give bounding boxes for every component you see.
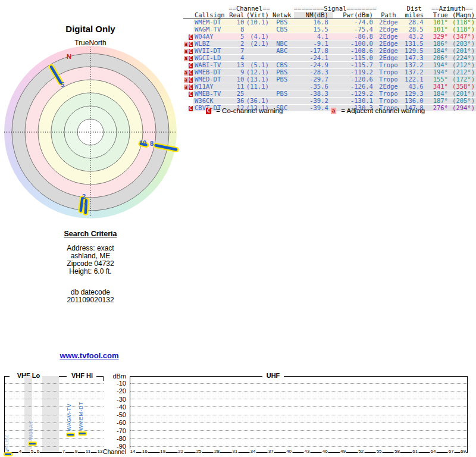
path-cell: 2Edge: [377, 55, 400, 62]
channel-tick-label: 14: [130, 449, 136, 455]
distance-cell: 136.0: [400, 98, 428, 105]
db-datecode-value: 201109020132: [31, 296, 150, 304]
dbm-gridline: [5, 438, 104, 439]
radar-channel-label: 8: [150, 140, 154, 147]
distance-cell: 28.4: [400, 19, 428, 26]
co-channel-warning-icon: C: [189, 63, 193, 68]
dbm-tick-label: -10: [100, 380, 126, 387]
adjacent-channel-warning-icon: a: [184, 56, 188, 61]
dbm-gridline: [5, 406, 104, 407]
tvfool-link[interactable]: www.tvfool.com: [60, 351, 118, 360]
power-cell: -115.0: [333, 55, 377, 62]
search-criteria: Search Criteria Address: exact ashland, …: [31, 230, 150, 304]
channel-tick-label: 40: [286, 449, 292, 455]
co-channel-warning-icon: C: [189, 42, 193, 47]
radar-title: Digital Only: [31, 24, 150, 34]
azimuth-magnetic-cell: (224°): [449, 55, 476, 62]
distance-cell: 43.2: [400, 33, 428, 40]
dbm-tick-label: -80: [100, 435, 126, 442]
noise-margin-cell: -24.1: [294, 55, 333, 62]
real-channel-cell: 9: [228, 69, 245, 76]
table-row: aCWLBZ2(2.1)NBC-9.1-100.02Edge131.5186°(…: [183, 40, 476, 48]
azimuth-true-cell: 101°: [428, 26, 449, 33]
channel-tick-label: 31: [231, 449, 238, 455]
channel-tick-label: 55: [376, 449, 383, 455]
dbm-gridline: [130, 438, 467, 439]
distance-cell: 147.3: [400, 55, 428, 62]
azimuth-magnetic-cell: (118°): [449, 26, 476, 33]
network-cell: PBS: [270, 90, 294, 98]
network-cell: [270, 83, 294, 90]
azimuth-true-cell: 101°: [428, 19, 449, 26]
dbm-gridline: [5, 446, 104, 447]
path-cell: 2Edge: [377, 48, 400, 55]
table-row: aCWMEB-DT9(12.1)PBS-28.3-119.2Tropo137.2…: [183, 69, 476, 76]
path-cell: 2Edge: [377, 26, 400, 33]
signal-bar: [4, 452, 12, 456]
power-cell: -126.4: [333, 83, 377, 90]
warning-cell: C: [183, 90, 193, 98]
power-cell: -120.6: [333, 76, 377, 83]
channel-tick-label: 34: [250, 449, 256, 455]
azimuth-magnetic-cell: (172°): [449, 76, 476, 83]
noise-margin-cell: -28.3: [294, 69, 333, 76]
distance-cell: 129.3: [400, 90, 428, 98]
station-callsign-label: WLBZ: [4, 434, 10, 450]
signal-bar: [66, 433, 75, 437]
real-channel-cell: 5: [228, 33, 245, 40]
azimuth-magnetic-cell: (201°): [449, 90, 476, 98]
dbm-tick-label: -30: [100, 396, 126, 403]
table-row: WMEM-DT10(10.1)PBS16.8-74.02Edge28.4101°…: [183, 19, 476, 26]
table-row: aCWVII-DT7ABC-17.8-108.62Edge129.5184°(2…: [183, 48, 476, 55]
table-row: aCWMED-DT10(13.1)PBS-29.7-120.6Tropo122.…: [183, 76, 476, 83]
noise-margin-cell: -39.2: [294, 98, 333, 105]
azimuth-magnetic-cell: (212°): [449, 69, 476, 76]
channel-tick-label: 4: [18, 449, 22, 455]
real-channel-cell: 10: [228, 19, 245, 26]
azimuth-true-cell: 341°: [428, 83, 449, 90]
dbm-gridline: [5, 415, 104, 415]
channel-tick-label: 6: [36, 449, 40, 455]
azimuth-true-cell: 329°: [428, 33, 449, 40]
col-header-magn: (Magn): [449, 12, 476, 19]
dbm-gridline: [130, 415, 467, 415]
distance-cell: 43.6: [400, 83, 428, 90]
callsign-cell: WMEB-DT: [193, 69, 228, 76]
path-cell: Tropo: [377, 62, 400, 69]
adjacent-channel-warning-icon: a: [184, 70, 188, 76]
azimuth-magnetic-cell: (205°): [449, 98, 476, 105]
dbm-gridline: [5, 399, 104, 399]
real-channel-cell: 13: [228, 62, 245, 69]
callsign-cell: WLBZ: [193, 40, 228, 48]
callsign-cell: W11AY: [193, 83, 228, 90]
magnetic-north-label: N: [67, 53, 71, 60]
channel-axis-label: Channel: [100, 448, 126, 455]
virtual-channel-cell: [245, 55, 270, 62]
dbm-gridline: [5, 391, 104, 392]
noise-margin-cell: -24.9: [294, 62, 333, 69]
virtual-channel-cell: (36.1): [245, 98, 270, 105]
channel-tick-label: 69: [460, 449, 466, 455]
azimuth-magnetic-cell: (294°): [449, 105, 476, 112]
warning-cell: [183, 19, 193, 26]
site-link-wrap: www.tvfool.com: [30, 350, 149, 361]
legend-co-channel-text: = Co-channel warning: [216, 107, 283, 114]
azimuth-true-cell: 184°: [428, 48, 449, 55]
path-cell: Tropo: [377, 76, 400, 83]
dbm-tick-label: -60: [100, 419, 126, 426]
noise-margin-cell: -17.8: [294, 48, 333, 55]
dbm-tick-label: -50: [100, 411, 126, 418]
search-criteria-title: Search Criteria: [31, 230, 150, 238]
path-cell: 2Edge: [377, 83, 400, 90]
callsign-cell: WMEB-TV: [193, 90, 228, 98]
search-height-line: Height: 6.0 ft.: [31, 268, 150, 276]
azimuth-magnetic-cell: (201°): [449, 48, 476, 55]
network-cell: [270, 55, 294, 62]
col-header-nmdb: NM(dB): [294, 12, 333, 19]
power-cell: -86.8: [333, 33, 377, 40]
warning-cell: aC: [183, 48, 193, 55]
band-label-vhf-hi: VHF Hi: [67, 372, 98, 379]
noise-margin-cell: -39.4: [294, 105, 333, 112]
band-bracket-line: [130, 376, 262, 377]
channel-tick-label: 28: [214, 449, 220, 455]
